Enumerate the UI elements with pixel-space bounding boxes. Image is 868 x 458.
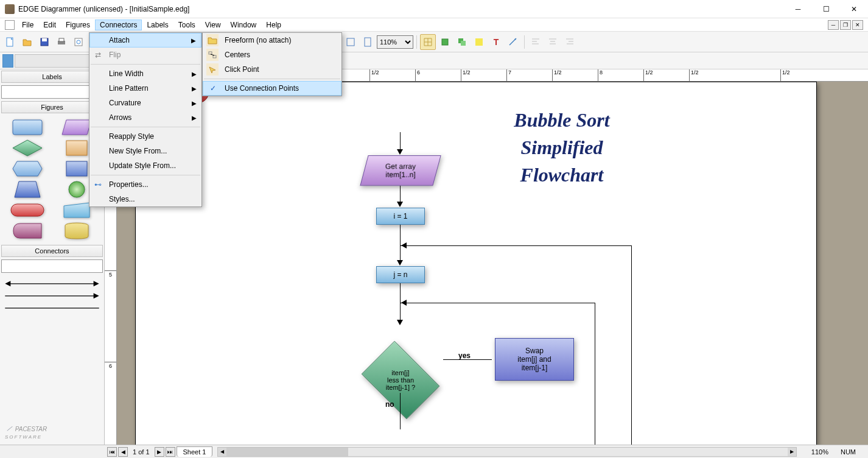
menu-file[interactable]: File [17, 19, 38, 30]
align-left-button[interactable] [528, 34, 544, 50]
align-center-button[interactable] [545, 34, 561, 50]
zoom-fit-button[interactable] [343, 34, 359, 50]
menu-styles[interactable]: Styles... [89, 192, 201, 206]
node-get-array[interactable]: Get arrayitem[1..n] [360, 155, 441, 186]
menu-reapply-style[interactable]: Reapply Style [89, 129, 201, 144]
figure-hexagon[interactable] [4, 160, 51, 178]
close-button[interactable]: ✕ [840, 0, 868, 18]
sheet-prev-button[interactable]: ◀ [118, 447, 128, 457]
figure-terminator[interactable] [4, 201, 51, 219]
connectors-selector[interactable] [1, 259, 103, 273]
page-background: Bubble Sort Simplified Flowchart START G… [135, 82, 817, 445]
highlight-button[interactable] [471, 34, 487, 50]
sheet-next-button[interactable]: ▶ [155, 447, 164, 457]
connector-line[interactable] [4, 302, 100, 314]
node-decision[interactable]: item[j]less thanitem[j-1] ? [355, 347, 446, 414]
figure-display[interactable] [4, 222, 51, 240]
node-swap[interactable]: Swapitem[j] anditem[j-1] [495, 338, 574, 381]
labels-selector[interactable] [1, 85, 103, 99]
submenu-click-point[interactable]: Click Point [203, 62, 341, 77]
drawing-canvas[interactable]: Bubble Sort Simplified Flowchart START G… [117, 82, 868, 445]
flip-icon: ⇄ [93, 50, 103, 60]
svg-point-19 [69, 181, 85, 197]
menu-bar: File Edit Figures Connectors Labels Tool… [0, 18, 868, 32]
figure-database[interactable] [54, 222, 101, 240]
connectors-header[interactable]: Connectors [1, 245, 103, 257]
print-button[interactable] [54, 34, 69, 50]
figure-trapezoid[interactable] [4, 180, 51, 199]
menu-view[interactable]: View [200, 19, 226, 30]
connector-double-arrow[interactable] [4, 278, 100, 290]
canvas-area: 3 1/2 4 1/2 5 1/2 6 1/2 7 1/2 8 1/2 1/2 … [105, 69, 868, 445]
maximize-button[interactable]: ☐ [812, 0, 840, 18]
attach-submenu: Freeform (no attach) Centers Click Point… [202, 32, 342, 96]
menu-labels[interactable]: Labels [142, 19, 173, 30]
snap-grid-button[interactable] [437, 34, 453, 50]
menu-arrows[interactable]: Arrows▶ [89, 110, 201, 125]
menu-window[interactable]: Window [226, 19, 262, 30]
svg-rect-15 [475, 38, 483, 46]
submenu-centers[interactable]: Centers [203, 48, 341, 62]
menu-properties[interactable]: ⊷Properties... [89, 177, 201, 192]
menu-figures[interactable]: Figures [61, 19, 95, 30]
menu-new-style[interactable]: New Style From... [89, 144, 201, 158]
zoom-select[interactable]: 110% [377, 35, 413, 49]
node-j-eq-n[interactable]: j = n [376, 266, 425, 283]
svg-rect-12 [442, 39, 448, 45]
menu-edit[interactable]: Edit [38, 19, 61, 30]
minimize-button[interactable]: ─ [784, 0, 812, 18]
app-icon [5, 4, 15, 14]
page-color-button[interactable] [2, 54, 13, 68]
svg-rect-20 [11, 204, 44, 216]
menu-connectors[interactable]: Connectors [95, 19, 142, 30]
sheet-tab-1[interactable]: Sheet 1 [177, 446, 213, 457]
figure-diamond[interactable] [4, 139, 51, 157]
page-info: 1 of 1 [129, 448, 153, 456]
status-num: NUM [841, 448, 856, 456]
svg-rect-14 [461, 41, 466, 46]
window-title: EDGE Diagrammer (unlicensed) - [InitialS… [18, 5, 784, 13]
snap-obj-button[interactable] [454, 34, 470, 50]
open-button[interactable] [19, 34, 35, 50]
horizontal-scrollbar[interactable]: ◀ ▶ [217, 447, 796, 457]
preview-button[interactable] [71, 34, 86, 50]
zoom-page-button[interactable] [360, 34, 376, 50]
connector-tool-button[interactable] [505, 34, 521, 50]
status-zoom: 110% [811, 448, 828, 456]
label-yes: yes [458, 351, 471, 360]
figure-rect-blue[interactable] [4, 118, 51, 136]
svg-rect-11 [365, 38, 371, 46]
mdi-restore-button[interactable]: ❐ [840, 20, 851, 30]
save-button[interactable] [37, 34, 52, 50]
submenu-freeform[interactable]: Freeform (no attach) [203, 33, 341, 48]
status-bar: ⏮ ◀ 1 of 1 ▶ ⏭ Sheet 1 ◀ ▶ 110% NUM [0, 445, 868, 458]
align-right-button[interactable] [562, 34, 578, 50]
svg-rect-25 [209, 52, 212, 54]
menu-line-pattern[interactable]: Line Pattern▶ [89, 81, 201, 96]
figures-header[interactable]: Figures [1, 101, 103, 113]
folder-icon [206, 34, 219, 46]
text-tool-button[interactable]: T [488, 34, 504, 50]
svg-rect-16 [13, 120, 42, 135]
menu-help[interactable]: Help [261, 19, 286, 30]
menu-curvature[interactable]: Curvature▶ [89, 96, 201, 110]
check-icon: ✓ [207, 82, 219, 94]
menu-update-style[interactable]: Update Style From... [89, 158, 201, 173]
new-button[interactable] [2, 34, 18, 50]
sheet-first-button[interactable]: ⏮ [107, 447, 117, 457]
mdi-close-button[interactable]: ✕ [852, 20, 863, 30]
menu-attach[interactable]: Attach▶ [89, 33, 201, 48]
node-i-eq-1[interactable]: i = 1 [376, 208, 425, 225]
menu-flip[interactable]: ⇄Flip [89, 48, 201, 62]
labels-header[interactable]: Labels [1, 71, 103, 83]
menu-line-width[interactable]: Line Width▶ [89, 66, 201, 81]
submenu-use-connection-points[interactable]: ✓Use Connection Points [203, 81, 341, 96]
mdi-minimize-button[interactable]: ─ [828, 20, 839, 30]
menu-tools[interactable]: Tools [173, 19, 200, 30]
properties-icon: ⊷ [93, 180, 103, 189]
brand-logo: ⟋ PACESTARSOFTWARE [0, 418, 104, 445]
connector-arrow-right[interactable] [4, 290, 100, 302]
svg-rect-2 [42, 38, 47, 41]
grid-button[interactable] [420, 34, 436, 50]
sheet-last-button[interactable]: ⏭ [166, 447, 175, 457]
